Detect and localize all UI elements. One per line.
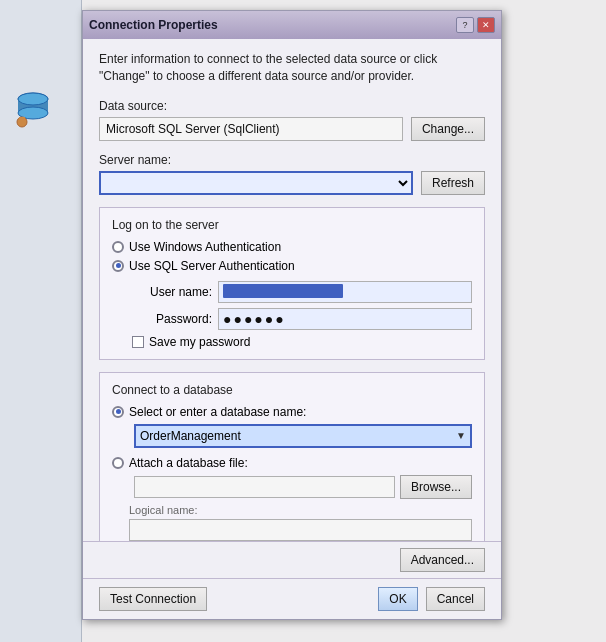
intro-text: Enter information to connect to the sele… — [99, 51, 485, 85]
dialog-body: Enter information to connect to the sele… — [83, 39, 501, 541]
db-dropdown[interactable]: OrderManagement ▼ — [134, 424, 472, 448]
sql-auth-row[interactable]: Use SQL Server Authentication — [112, 259, 472, 273]
dialog-title: Connection Properties — [89, 18, 218, 32]
datasource-row: Microsoft SQL Server (SqlClient) Change.… — [99, 117, 485, 141]
connect-db-title: Connect to a database — [112, 383, 472, 397]
logical-name-input[interactable] — [129, 519, 472, 541]
dropdown-arrow-icon: ▼ — [456, 430, 466, 441]
datasource-label: Data source: — [99, 99, 485, 113]
select-db-radio[interactable] — [112, 406, 124, 418]
sql-auth-label: Use SQL Server Authentication — [129, 259, 295, 273]
attach-file-row[interactable]: Attach a database file: — [112, 456, 472, 470]
db-select-row: OrderManagement ▼ — [112, 424, 472, 448]
windows-auth-radio[interactable] — [112, 241, 124, 253]
refresh-button[interactable]: Refresh — [421, 171, 485, 195]
db-name: OrderManagement — [140, 429, 241, 443]
datasource-value: Microsoft SQL Server (SqlClient) — [99, 117, 403, 141]
test-connection-button[interactable]: Test Connection — [99, 587, 207, 611]
svg-point-3 — [18, 93, 48, 105]
select-db-label: Select or enter a database name: — [129, 405, 306, 419]
credentials-grid: User name: Password: ●●●●●● — [132, 281, 472, 330]
close-button[interactable]: ✕ — [477, 17, 495, 33]
attach-file-radio[interactable] — [112, 457, 124, 469]
password-input[interactable]: ●●●●●● — [218, 308, 472, 330]
titlebar-buttons: ? ✕ — [456, 17, 495, 33]
footer-buttons: Test Connection OK Cancel — [83, 578, 501, 619]
ok-button[interactable]: OK — [378, 587, 417, 611]
server-name-select[interactable] — [99, 171, 413, 195]
attach-label: Attach a database file: — [129, 456, 248, 470]
logon-title: Log on to the server — [112, 218, 472, 232]
advanced-button[interactable]: Advanced... — [400, 548, 485, 572]
ok-cancel-group: OK Cancel — [378, 587, 485, 611]
dialog-titlebar: Connection Properties ? ✕ — [83, 11, 501, 39]
username-label: User name: — [132, 281, 212, 303]
help-button[interactable]: ? — [456, 17, 474, 33]
save-password-checkbox[interactable] — [132, 336, 144, 348]
cancel-button[interactable]: Cancel — [426, 587, 485, 611]
svg-rect-5 — [19, 117, 25, 121]
change-button[interactable]: Change... — [411, 117, 485, 141]
select-db-row[interactable]: Select or enter a database name: — [112, 405, 472, 419]
password-label: Password: — [132, 308, 212, 330]
browse-button[interactable]: Browse... — [400, 475, 472, 499]
attach-file-input[interactable] — [134, 476, 395, 498]
sql-auth-radio[interactable] — [112, 260, 124, 272]
logon-section: Log on to the server Use Windows Authent… — [99, 207, 485, 360]
username-input[interactable] — [218, 281, 472, 303]
advanced-btn-row: Advanced... — [83, 541, 501, 578]
windows-auth-row[interactable]: Use Windows Authentication — [112, 240, 472, 254]
attach-input-row: Browse... — [112, 475, 472, 499]
username-bar — [223, 284, 343, 298]
bg-panel-left — [0, 0, 82, 642]
windows-auth-label: Use Windows Authentication — [129, 240, 281, 254]
save-password-row[interactable]: Save my password — [132, 335, 472, 349]
logical-name-label: Logical name: — [129, 504, 472, 516]
server-name-label: Server name: — [99, 153, 485, 167]
db-icon — [14, 90, 54, 130]
connection-properties-dialog: Connection Properties ? ✕ Enter informat… — [82, 10, 502, 620]
save-password-label: Save my password — [149, 335, 250, 349]
server-name-row: Refresh — [99, 171, 485, 195]
connect-db-section: Connect to a database Select or enter a … — [99, 372, 485, 541]
